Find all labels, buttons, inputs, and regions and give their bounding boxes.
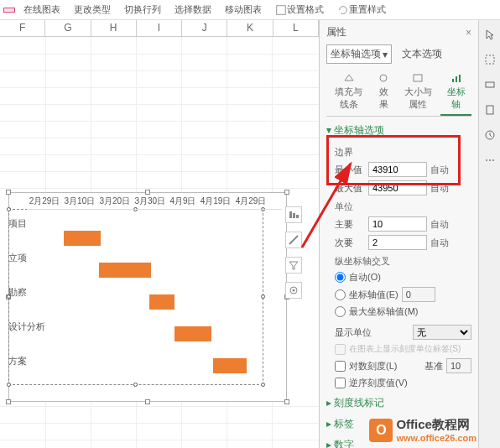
svg-rect-3 — [296, 215, 299, 218]
watermark: O Office教程网 www.office26.com — [369, 417, 477, 443]
column-headers: F G H I J K L — [0, 20, 319, 37]
row-label: 项目 — [8, 217, 45, 230]
gantt-bar[interactable] — [149, 294, 174, 310]
section-axis-options[interactable]: 坐标轴选项 — [326, 123, 471, 138]
minor-input[interactable] — [368, 235, 427, 250]
svg-rect-1 — [289, 211, 292, 218]
col-header-h[interactable]: H — [91, 20, 137, 36]
display-unit-label: 显示单位 — [335, 326, 372, 339]
col-header-j[interactable]: J — [182, 20, 227, 36]
svg-point-5 — [293, 289, 295, 292]
show-unit-label: 在图表上显示刻度单位标签(S) — [349, 343, 461, 355]
chart-side-tools — [285, 206, 302, 299]
ribbon-move-chart[interactable]: 移动图表 — [220, 2, 267, 18]
max-label: 最大值 — [335, 182, 365, 195]
min-input[interactable] — [368, 162, 427, 177]
svg-rect-12 — [486, 82, 494, 87]
reverse-label: 逆序刻度值(V) — [349, 377, 408, 389]
show-unit-check — [335, 344, 346, 355]
ribbon-online-chart[interactable]: 在线图表 — [18, 2, 65, 18]
ribbon-change-type[interactable]: 更改类型 — [69, 2, 116, 18]
col-header-l[interactable]: L — [273, 20, 319, 36]
auto-label: 自动 — [430, 237, 449, 249]
auto-label: 自动 — [430, 164, 449, 176]
cursor-icon[interactable] — [482, 27, 497, 42]
min-label: 最小值 — [335, 164, 365, 176]
col-header-k[interactable]: K — [227, 20, 273, 36]
row-label: 设计分析 — [8, 320, 45, 333]
cross-auto-label: 自动(O) — [349, 271, 381, 284]
reverse-check[interactable] — [335, 378, 346, 388]
svg-point-6 — [380, 75, 387, 81]
right-toolbar: ⋯ — [478, 20, 500, 448]
chart-style-icon[interactable] — [285, 232, 302, 248]
row-label: 立项 — [8, 252, 45, 264]
cross-auto-radio[interactable] — [335, 272, 346, 283]
log-base-label: 基准 — [424, 360, 443, 372]
chart-elements-icon[interactable] — [285, 206, 302, 223]
bounds-label: 边界 — [335, 146, 471, 159]
row-label: 方案 — [8, 355, 45, 367]
chart-settings-icon[interactable] — [285, 282, 302, 299]
cross-max-label: 最大坐标轴值(M) — [349, 305, 419, 318]
major-label: 主要 — [335, 218, 365, 231]
subtab-axis[interactable]: 坐标轴 — [440, 69, 471, 116]
col-header-g[interactable]: G — [45, 20, 91, 36]
chevron-down-icon: ▾ — [383, 49, 388, 60]
gantt-bar[interactable] — [99, 263, 151, 278]
svg-rect-8 — [452, 79, 454, 82]
ribbon-switch-rowcol[interactable]: 切换行列 — [119, 2, 166, 18]
cross-value-label: 坐标轴值(E) — [349, 289, 398, 301]
section-tick-marks[interactable]: 刻度线标记 — [326, 396, 471, 410]
cross-value-radio[interactable] — [335, 289, 346, 300]
clipboard-icon[interactable] — [482, 102, 497, 117]
svg-rect-2 — [293, 213, 295, 218]
cross-max-radio[interactable] — [335, 306, 346, 317]
backup-icon[interactable] — [482, 128, 497, 143]
tool-icon[interactable]: ⋯ — [482, 153, 497, 168]
log-base-input — [446, 358, 471, 373]
spreadsheet-area: F G H I J K L — [0, 20, 319, 448]
minor-label: 次要 — [335, 237, 365, 249]
subtab-effect[interactable]: 效果 — [372, 69, 396, 116]
watermark-title: Office教程网 — [396, 417, 470, 431]
gantt-bar[interactable] — [64, 231, 101, 246]
panel-title: 属性 — [326, 25, 346, 39]
svg-rect-11 — [486, 55, 494, 64]
subtab-fill[interactable]: 填充与线条 — [326, 69, 372, 116]
svg-rect-7 — [414, 75, 422, 81]
watermark-url: www.office26.com — [396, 433, 477, 443]
cross-label: 纵坐标轴交叉 — [335, 255, 471, 268]
subtab-size[interactable]: 大小与属性 — [395, 69, 440, 116]
gantt-bar[interactable] — [213, 358, 247, 373]
select-icon[interactable] — [482, 52, 497, 67]
watermark-badge: O — [369, 419, 393, 442]
svg-rect-13 — [487, 106, 493, 114]
row-label: 勘察 — [8, 286, 45, 299]
close-icon[interactable]: × — [466, 27, 471, 39]
chart-filter-icon[interactable] — [285, 257, 302, 273]
ribbon-reset-style[interactable]: 重置样式 — [332, 2, 391, 18]
shape-icon[interactable] — [482, 77, 497, 92]
col-header-i[interactable]: I — [137, 20, 182, 36]
max-input[interactable] — [368, 180, 427, 195]
ribbon-set-format[interactable]: 设置格式 — [270, 2, 329, 18]
auto-label: 自动 — [430, 218, 449, 231]
svg-rect-10 — [459, 75, 461, 82]
display-unit-select[interactable]: 无 — [413, 325, 471, 340]
auto-label: 自动 — [430, 182, 449, 195]
major-input[interactable] — [368, 216, 427, 232]
properties-panel: 属性 × 坐标轴选项▾ 文本选项 填充与线条 效果 大小与属性 坐标轴 坐标轴选… — [319, 20, 478, 448]
gantt-bar[interactable] — [174, 326, 211, 341]
ribbon-format-btn[interactable] — [3, 8, 15, 13]
ribbon-select-data[interactable]: 选择数据 — [169, 2, 216, 18]
ribbon-bar: 在线图表 更改类型 切换行列 选择数据 移动图表 设置格式 重置样式 — [0, 0, 500, 20]
col-header-f[interactable]: F — [0, 20, 45, 36]
chart-y-axis: 项目 立项 勘察 设计分析 方案 — [8, 217, 45, 367]
tab-text-options[interactable]: 文本选项 — [398, 44, 445, 64]
log-scale-label: 对数刻度(L) — [349, 360, 397, 372]
tab-axis-options[interactable]: 坐标轴选项▾ — [326, 44, 392, 64]
cross-value-input — [402, 287, 435, 302]
gantt-chart[interactable]: 2月29日 3月10日 3月20日 3月30日 4月9日 4月19日 4月29日… — [8, 192, 287, 402]
log-scale-check[interactable] — [335, 361, 346, 372]
